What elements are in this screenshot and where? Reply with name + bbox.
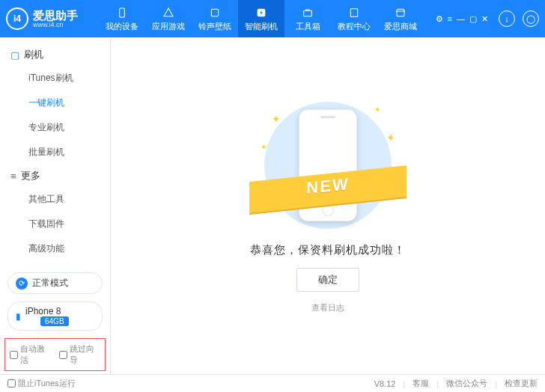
svg-rect-3: [304, 10, 312, 16]
more-group-icon: ≡: [10, 171, 16, 182]
music-icon: [208, 6, 222, 19]
sidebar-group-title: 更多: [21, 169, 40, 183]
svg-rect-0: [120, 8, 125, 17]
checkbox-skip-setup[interactable]: 跳过向导: [59, 343, 101, 366]
apps-icon: [162, 6, 175, 19]
new-ribbon: NEW: [249, 169, 407, 211]
checkbox-input[interactable]: [59, 351, 67, 359]
svg-rect-4: [350, 8, 357, 16]
checkbox-label: 阻止iTunes运行: [18, 378, 76, 389]
sidebar: ▢ 刷机 iTunes刷机 一键刷机 专业刷机 批量刷机 ≡ 更多 其他工具 下…: [0, 37, 111, 374]
top-nav: 我的设备 应用游戏 铃声壁纸 智能刷机 工具箱 教程中心 爱思商城: [99, 0, 436, 37]
sidebar-item-pro-flash[interactable]: 专业刷机: [0, 115, 110, 140]
shop-icon: [394, 6, 407, 19]
nav-smart-flash[interactable]: 智能刷机: [238, 0, 284, 37]
maximize-icon[interactable]: ▢: [469, 14, 477, 24]
status-link-wechat[interactable]: 微信公众号: [446, 378, 487, 389]
main-content: ✦ ✦ ✦ ✦ NEW 恭喜您，保资料刷机成功啦！ 确定 查看日志: [111, 37, 545, 374]
checkbox-label: 自动激活: [20, 343, 52, 366]
version-label: V8.12: [374, 379, 396, 388]
close-icon[interactable]: ✕: [481, 14, 488, 24]
nav-shop[interactable]: 爱思商城: [377, 0, 424, 37]
device-storage-badge: 64GB: [40, 316, 69, 326]
svg-rect-1: [211, 9, 218, 16]
minimize-icon[interactable]: —: [457, 14, 465, 23]
download-icon[interactable]: ↓: [499, 10, 515, 27]
sidebar-item-other-tools[interactable]: 其他工具: [0, 187, 110, 212]
logo-title: 爱思助手: [33, 10, 78, 21]
nav-toolbox[interactable]: 工具箱: [284, 0, 331, 37]
device-phone-icon: ▮: [16, 311, 21, 322]
status-link-support[interactable]: 客服: [412, 378, 429, 389]
book-icon: [347, 6, 361, 19]
success-illustration: ✦ ✦ ✦ ✦ NEW: [238, 98, 418, 233]
flash-group-icon: ▢: [10, 49, 19, 61]
nav-apps-games[interactable]: 应用游戏: [145, 0, 192, 37]
nav-label: 教程中心: [338, 21, 371, 32]
device-name: iPhone 8: [25, 306, 69, 316]
app-logo: i4 爱思助手 www.i4.cn: [6, 7, 99, 30]
view-log-link[interactable]: 查看日志: [311, 302, 344, 313]
toolbox-icon: [301, 6, 314, 19]
device-pill[interactable]: ▮ iPhone 8 64GB: [7, 301, 103, 331]
checkbox-label: 跳过向导: [70, 343, 101, 366]
sidebar-item-advanced[interactable]: 高级功能: [0, 236, 110, 261]
logo-mark-icon: i4: [6, 7, 28, 30]
nav-label: 智能刷机: [245, 21, 278, 32]
sidebar-item-itunes-flash[interactable]: iTunes刷机: [0, 66, 110, 91]
refresh-icon: ⟳: [16, 278, 28, 290]
settings-icon[interactable]: ⚙: [436, 14, 443, 24]
sidebar-item-oneclick-flash[interactable]: 一键刷机: [0, 91, 110, 115]
nav-ringtones-wallpapers[interactable]: 铃声壁纸: [192, 0, 238, 37]
sparkle-icon: ✦: [374, 105, 380, 114]
sparkle-icon: ✦: [261, 143, 267, 151]
sidebar-group-flash: ▢ 刷机: [0, 43, 110, 66]
sidebar-item-download-firmware[interactable]: 下载固件: [0, 212, 110, 236]
nav-tutorials[interactable]: 教程中心: [331, 0, 377, 37]
checkbox-input[interactable]: [10, 351, 18, 359]
post-flash-options: 自动激活 跳过向导: [4, 338, 106, 371]
window-controls: ⚙ ≡ — ▢ ✕: [436, 14, 488, 24]
checkbox-block-itunes[interactable]: 阻止iTunes运行: [7, 378, 76, 389]
checkbox-input[interactable]: [7, 379, 16, 388]
checkbox-auto-activate[interactable]: 自动激活: [10, 343, 52, 366]
status-bar: 阻止iTunes运行 V8.12 | 客服 | 微信公众号 | 检查更新: [0, 374, 545, 392]
nav-label: 工具箱: [296, 21, 320, 32]
ok-button[interactable]: 确定: [296, 268, 359, 292]
mode-label: 正常模式: [32, 277, 68, 290]
sidebar-group-title: 刷机: [24, 48, 43, 61]
sparkle-icon: ✦: [272, 113, 281, 125]
menu-icon[interactable]: ≡: [448, 14, 452, 23]
nav-label: 应用游戏: [152, 21, 185, 32]
status-link-check-update[interactable]: 检查更新: [505, 378, 538, 389]
titlebar-right-icons: ↓ ◯: [499, 10, 539, 27]
sidebar-item-batch-flash[interactable]: 批量刷机: [0, 140, 110, 165]
nav-my-device[interactable]: 我的设备: [99, 0, 145, 37]
phone-icon: [115, 6, 129, 19]
titlebar: i4 爱思助手 www.i4.cn 我的设备 应用游戏 铃声壁纸 智能刷机 工具…: [0, 0, 545, 37]
sparkle-icon: ✦: [386, 132, 395, 144]
mode-pill[interactable]: ⟳ 正常模式: [7, 272, 103, 294]
sidebar-group-more: ≡ 更多: [0, 165, 110, 187]
user-icon[interactable]: ◯: [523, 10, 539, 27]
nav-label: 铃声壁纸: [198, 21, 231, 32]
flash-icon: [255, 6, 268, 19]
nav-label: 我的设备: [106, 21, 138, 32]
logo-subtitle: www.i4.cn: [33, 21, 78, 28]
success-message: 恭喜您，保资料刷机成功啦！: [250, 243, 406, 257]
nav-label: 爱思商城: [384, 21, 417, 32]
